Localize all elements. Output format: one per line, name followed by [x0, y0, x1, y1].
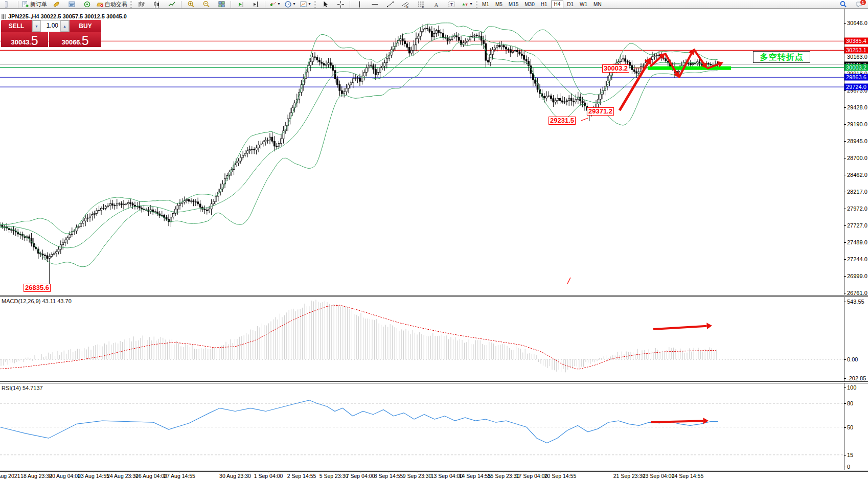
annotation-price-label[interactable]: 26835.6: [24, 284, 51, 292]
timeframe-button-h4[interactable]: H4: [551, 1, 564, 8]
buy-price[interactable]: 30066.5: [49, 32, 101, 47]
price-axis-tick: 26999.0: [847, 273, 867, 279]
new-order-icon: [21, 1, 29, 8]
timeframe-button-m1[interactable]: M1: [479, 1, 492, 8]
candle-chart-icon: [153, 1, 161, 8]
toolbar-button-search[interactable]: [836, 1, 850, 8]
price-axis-tick: 28700.0: [847, 155, 867, 161]
toolbar-button-hline[interactable]: [368, 1, 382, 8]
svg-text:T: T: [450, 2, 453, 7]
toolbar-button-bar-chart[interactable]: [134, 1, 148, 8]
toolbar-button-tile-windows[interactable]: [214, 1, 229, 8]
toolbar-button-fibonacci[interactable]: F: [414, 1, 428, 8]
price-axis-tick: 29190.0: [847, 121, 867, 127]
toolbar-button-line-chart[interactable]: [165, 1, 179, 8]
timeframe-button-mn[interactable]: MN: [591, 1, 604, 8]
macd-axis-tick: 543.55: [847, 299, 864, 305]
chart-canvas[interactable]: [0, 9, 868, 479]
toolbar-grip: [476, 1, 477, 8]
sell-price[interactable]: 30043.5: [1, 32, 48, 47]
volume-decrease-button[interactable]: ▼: [32, 20, 41, 32]
toolbar-label: 新订单: [30, 1, 47, 8]
toolbar-grip: [130, 1, 132, 8]
time-axis-label: 26 Aug 04:00: [135, 473, 167, 479]
toolbar-button-indicators[interactable]: ▾: [267, 1, 282, 8]
time-axis-label: 8 Sep 14:55: [374, 473, 403, 479]
zoom-out-icon: [202, 1, 210, 8]
toolbar-button-crosshair[interactable]: [333, 1, 348, 8]
timeframe-button-m15[interactable]: M15: [506, 1, 521, 8]
toolbar-button-periods[interactable]: ▾: [283, 1, 297, 8]
toolbar-button-profile[interactable]: [49, 1, 63, 8]
trendline-icon: [386, 1, 394, 8]
timeframe-button-w1[interactable]: W1: [577, 1, 590, 8]
toolbar-button-template[interactable]: ▾: [298, 1, 312, 8]
toolbar-button-candle-chart[interactable]: [149, 1, 164, 8]
toolbar-separator: [181, 1, 181, 8]
rsi-axis-tick: 0: [847, 464, 850, 470]
timeframe-button-h1[interactable]: H1: [538, 1, 550, 8]
volume-input[interactable]: 1.00: [41, 20, 60, 32]
toolbar-button-text-label[interactable]: T: [444, 1, 459, 8]
annotation-price-label[interactable]: 30003.2: [602, 64, 629, 73]
price-axis-tick: 28217.0: [847, 189, 867, 195]
time-axis-label: 1 Sep 04:00: [254, 473, 283, 479]
svg-text:E: E: [406, 5, 408, 8]
time-axis-label: 14 Sep 14:55: [459, 473, 491, 479]
rsi-axis-tick: 80: [847, 400, 853, 406]
time-axis-label: 21 Sep 23:30: [613, 473, 645, 479]
toolbar-button-chat[interactable]: 1: [852, 1, 866, 8]
price-axis-tick: 30646.0: [847, 20, 867, 26]
toolbar-button-channel[interactable]: E: [398, 1, 413, 8]
toolbar-button-clipped-chart[interactable]: [2, 1, 16, 8]
toolbar-button-cursor[interactable]: [318, 1, 332, 8]
time-axis-label: 24 Aug 23:30: [107, 473, 139, 479]
symbol-title: JPN225-,H4 30022.5 30057.5 30012.5 30045…: [2, 13, 127, 19]
bar-chart-icon: [138, 1, 145, 8]
toolbar-separator: [265, 1, 265, 8]
annotation-price-label[interactable]: 29231.5: [549, 117, 576, 125]
toolbar-button-shapes[interactable]: ▾: [460, 1, 474, 8]
time-axis-label: 20 Aug 04:00: [49, 473, 81, 479]
rsi-axis-tick: 50: [847, 424, 853, 430]
chart-window[interactable]: JPN225-,H4 30022.5 30057.5 30012.5 30045…: [0, 9, 868, 479]
toolbar-button-market-watch[interactable]: [64, 1, 79, 8]
toolbar-button-auto-scroll[interactable]: [233, 1, 247, 8]
volume-increase-button[interactable]: ▲: [60, 20, 69, 32]
turning-point-note[interactable]: 多空转折点: [753, 51, 810, 63]
time-axis-label: 17 Aug 2021: [0, 473, 20, 479]
clipped-chart-icon: [5, 1, 13, 8]
price-axis-badge: 30385.4: [844, 38, 868, 44]
toolbar-button-zoom-in[interactable]: [184, 1, 198, 8]
sell-button[interactable]: SELL: [1, 20, 32, 32]
signal-icon: [83, 1, 91, 8]
annotation-price-label[interactable]: 29371.2: [587, 107, 614, 116]
toolbar-button-text[interactable]: A: [429, 1, 443, 8]
toolbar-separator: [231, 1, 231, 8]
market-watch-icon: [68, 1, 76, 8]
timeframe-button-m5[interactable]: M5: [493, 1, 505, 8]
toolbar-button-autotrade[interactable]: 自动交易: [95, 1, 128, 8]
toolbar-separator: [350, 1, 350, 8]
pane-separator-rsi[interactable]: [0, 381, 868, 383]
time-axis-label: 18 Aug 23:30: [20, 473, 52, 479]
main-toolbar: 新订单自动交易▾▾▾EFAT▾M1M5M15M30H1H4D1W1MN1: [0, 0, 868, 9]
toolbar-button-vline[interactable]: [352, 1, 367, 8]
toolbar-button-trendline[interactable]: [383, 1, 397, 8]
toolbar-button-signal[interactable]: [80, 1, 94, 8]
svg-text:A: A: [434, 1, 438, 7]
timeframe-button-d1[interactable]: D1: [564, 1, 576, 8]
toolbar-button-zoom-out[interactable]: [199, 1, 213, 8]
timeframe-button-m30[interactable]: M30: [522, 1, 537, 8]
price-axis-tick: 27727.0: [847, 222, 867, 229]
toolbar-button-chart-shift[interactable]: [248, 1, 263, 8]
rsi-axis-tick: 15: [847, 452, 853, 458]
time-axis-label: 5 Sep 23:30: [319, 473, 349, 479]
pane-separator-bottom[interactable]: [0, 470, 868, 472]
volume-stepper: ▼ 1.00 ▲: [32, 20, 70, 32]
pane-separator-macd[interactable]: [0, 295, 868, 297]
time-axis-label: 15 Sep 23:30: [488, 473, 519, 479]
buy-button[interactable]: BUY: [70, 20, 101, 32]
toolbar-button-new-order[interactable]: 新订单: [20, 1, 48, 8]
time-axis-label: 23 Sep 04:00: [643, 473, 674, 479]
